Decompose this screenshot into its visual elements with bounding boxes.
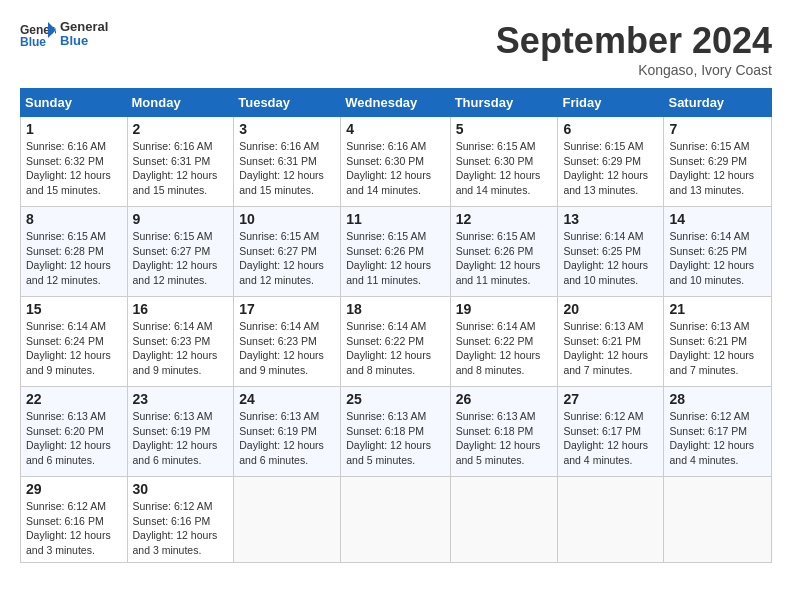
day-info: Sunrise: 6:14 AMSunset: 6:22 PMDaylight:… [346,319,444,378]
calendar-cell [234,477,341,563]
svg-text:Blue: Blue [20,35,46,48]
day-number: 23 [133,391,229,407]
day-info: Sunrise: 6:14 AMSunset: 6:24 PMDaylight:… [26,319,122,378]
day-info: Sunrise: 6:12 AMSunset: 6:16 PMDaylight:… [26,499,122,558]
day-info: Sunrise: 6:15 AMSunset: 6:27 PMDaylight:… [133,229,229,288]
weekday-header-sunday: Sunday [21,89,128,117]
calendar-cell: 7Sunrise: 6:15 AMSunset: 6:29 PMDaylight… [664,117,772,207]
calendar-cell: 29Sunrise: 6:12 AMSunset: 6:16 PMDayligh… [21,477,128,563]
day-info: Sunrise: 6:13 AMSunset: 6:21 PMDaylight:… [563,319,658,378]
day-info: Sunrise: 6:15 AMSunset: 6:29 PMDaylight:… [563,139,658,198]
day-info: Sunrise: 6:14 AMSunset: 6:25 PMDaylight:… [669,229,766,288]
day-number: 30 [133,481,229,497]
calendar-cell: 21Sunrise: 6:13 AMSunset: 6:21 PMDayligh… [664,297,772,387]
day-number: 2 [133,121,229,137]
day-info: Sunrise: 6:14 AMSunset: 6:23 PMDaylight:… [239,319,335,378]
day-number: 21 [669,301,766,317]
calendar-cell [341,477,450,563]
weekday-header-wednesday: Wednesday [341,89,450,117]
day-info: Sunrise: 6:15 AMSunset: 6:26 PMDaylight:… [346,229,444,288]
day-info: Sunrise: 6:13 AMSunset: 6:21 PMDaylight:… [669,319,766,378]
day-number: 29 [26,481,122,497]
calendar-cell: 23Sunrise: 6:13 AMSunset: 6:19 PMDayligh… [127,387,234,477]
calendar-cell: 14Sunrise: 6:14 AMSunset: 6:25 PMDayligh… [664,207,772,297]
day-info: Sunrise: 6:15 AMSunset: 6:29 PMDaylight:… [669,139,766,198]
calendar-cell: 17Sunrise: 6:14 AMSunset: 6:23 PMDayligh… [234,297,341,387]
calendar-cell: 19Sunrise: 6:14 AMSunset: 6:22 PMDayligh… [450,297,558,387]
weekday-header-tuesday: Tuesday [234,89,341,117]
day-number: 25 [346,391,444,407]
weekday-header-friday: Friday [558,89,664,117]
day-info: Sunrise: 6:16 AMSunset: 6:30 PMDaylight:… [346,139,444,198]
calendar-cell: 26Sunrise: 6:13 AMSunset: 6:18 PMDayligh… [450,387,558,477]
day-number: 10 [239,211,335,227]
calendar-cell: 4Sunrise: 6:16 AMSunset: 6:30 PMDaylight… [341,117,450,207]
day-number: 3 [239,121,335,137]
day-info: Sunrise: 6:13 AMSunset: 6:18 PMDaylight:… [456,409,553,468]
day-number: 8 [26,211,122,227]
calendar-cell [664,477,772,563]
page-header: General Blue General Blue September 2024… [20,20,772,78]
calendar-cell: 20Sunrise: 6:13 AMSunset: 6:21 PMDayligh… [558,297,664,387]
calendar-cell: 5Sunrise: 6:15 AMSunset: 6:30 PMDaylight… [450,117,558,207]
calendar-cell: 6Sunrise: 6:15 AMSunset: 6:29 PMDaylight… [558,117,664,207]
day-info: Sunrise: 6:14 AMSunset: 6:23 PMDaylight:… [133,319,229,378]
calendar-cell: 18Sunrise: 6:14 AMSunset: 6:22 PMDayligh… [341,297,450,387]
day-info: Sunrise: 6:13 AMSunset: 6:20 PMDaylight:… [26,409,122,468]
day-number: 17 [239,301,335,317]
day-number: 26 [456,391,553,407]
day-info: Sunrise: 6:15 AMSunset: 6:30 PMDaylight:… [456,139,553,198]
day-info: Sunrise: 6:13 AMSunset: 6:19 PMDaylight:… [239,409,335,468]
day-number: 18 [346,301,444,317]
calendar-week-row: 15Sunrise: 6:14 AMSunset: 6:24 PMDayligh… [21,297,772,387]
calendar-cell: 25Sunrise: 6:13 AMSunset: 6:18 PMDayligh… [341,387,450,477]
day-number: 11 [346,211,444,227]
day-number: 27 [563,391,658,407]
day-number: 16 [133,301,229,317]
calendar-week-row: 22Sunrise: 6:13 AMSunset: 6:20 PMDayligh… [21,387,772,477]
month-title: September 2024 [496,20,772,62]
day-info: Sunrise: 6:16 AMSunset: 6:32 PMDaylight:… [26,139,122,198]
logo-icon: General Blue [20,20,56,48]
logo: General Blue General Blue [20,20,108,49]
day-number: 1 [26,121,122,137]
calendar-cell: 27Sunrise: 6:12 AMSunset: 6:17 PMDayligh… [558,387,664,477]
day-number: 19 [456,301,553,317]
calendar-week-row: 29Sunrise: 6:12 AMSunset: 6:16 PMDayligh… [21,477,772,563]
calendar-cell: 13Sunrise: 6:14 AMSunset: 6:25 PMDayligh… [558,207,664,297]
day-number: 15 [26,301,122,317]
day-number: 6 [563,121,658,137]
calendar-cell: 24Sunrise: 6:13 AMSunset: 6:19 PMDayligh… [234,387,341,477]
day-info: Sunrise: 6:12 AMSunset: 6:16 PMDaylight:… [133,499,229,558]
day-info: Sunrise: 6:12 AMSunset: 6:17 PMDaylight:… [669,409,766,468]
calendar-cell: 30Sunrise: 6:12 AMSunset: 6:16 PMDayligh… [127,477,234,563]
calendar-week-row: 8Sunrise: 6:15 AMSunset: 6:28 PMDaylight… [21,207,772,297]
day-number: 4 [346,121,444,137]
calendar-table: SundayMondayTuesdayWednesdayThursdayFrid… [20,88,772,563]
calendar-cell: 2Sunrise: 6:16 AMSunset: 6:31 PMDaylight… [127,117,234,207]
day-number: 5 [456,121,553,137]
day-number: 22 [26,391,122,407]
calendar-cell [450,477,558,563]
calendar-cell: 9Sunrise: 6:15 AMSunset: 6:27 PMDaylight… [127,207,234,297]
calendar-cell: 15Sunrise: 6:14 AMSunset: 6:24 PMDayligh… [21,297,128,387]
day-number: 12 [456,211,553,227]
calendar-week-row: 1Sunrise: 6:16 AMSunset: 6:32 PMDaylight… [21,117,772,207]
weekday-header-row: SundayMondayTuesdayWednesdayThursdayFrid… [21,89,772,117]
day-number: 20 [563,301,658,317]
weekday-header-monday: Monday [127,89,234,117]
day-info: Sunrise: 6:16 AMSunset: 6:31 PMDaylight:… [239,139,335,198]
day-info: Sunrise: 6:13 AMSunset: 6:18 PMDaylight:… [346,409,444,468]
calendar-cell: 11Sunrise: 6:15 AMSunset: 6:26 PMDayligh… [341,207,450,297]
day-info: Sunrise: 6:15 AMSunset: 6:27 PMDaylight:… [239,229,335,288]
weekday-header-saturday: Saturday [664,89,772,117]
title-area: September 2024 Kongaso, Ivory Coast [496,20,772,78]
day-info: Sunrise: 6:14 AMSunset: 6:25 PMDaylight:… [563,229,658,288]
calendar-cell: 1Sunrise: 6:16 AMSunset: 6:32 PMDaylight… [21,117,128,207]
calendar-cell: 28Sunrise: 6:12 AMSunset: 6:17 PMDayligh… [664,387,772,477]
day-number: 28 [669,391,766,407]
day-number: 13 [563,211,658,227]
day-info: Sunrise: 6:15 AMSunset: 6:28 PMDaylight:… [26,229,122,288]
day-number: 7 [669,121,766,137]
day-info: Sunrise: 6:14 AMSunset: 6:22 PMDaylight:… [456,319,553,378]
